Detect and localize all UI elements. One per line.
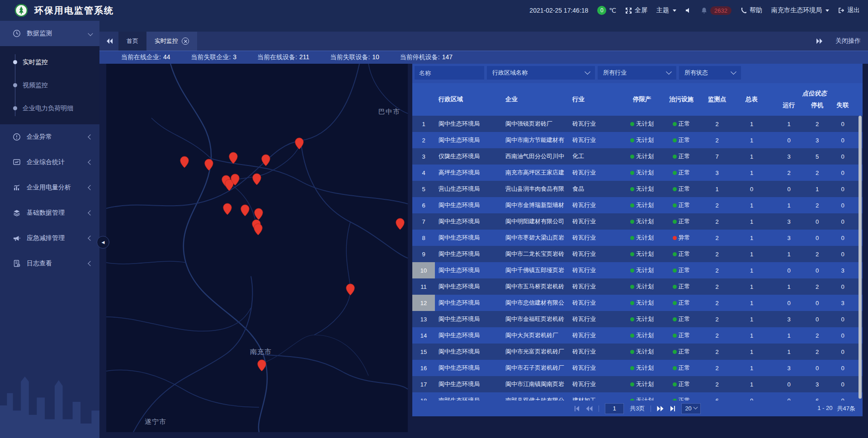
help-button[interactable]: 帮助 — [741, 6, 762, 14]
cell-region: 阆中生态环境局 — [435, 266, 501, 274]
collapse-panel-button[interactable]: ◀ — [97, 236, 109, 249]
first-page-button[interactable] — [574, 406, 580, 411]
table-row[interactable]: 11 阆中生态环境局 阆中市五马桥页岩机砖 砖瓦行业 无计划 正常 2 1 1 … — [412, 278, 863, 295]
cell-running: 3 — [771, 235, 807, 241]
scroll-tabs-right-button[interactable] — [816, 38, 823, 44]
sidebar-item[interactable]: 基础数据管理 — [0, 200, 99, 226]
table-row[interactable]: 13 阆中生态环境局 阆中市金福旺页岩机砖 砖瓦行业 无计划 正常 2 1 3 … — [412, 311, 863, 327]
sidebar-item[interactable]: 企业用电量分析 — [0, 175, 99, 200]
table-row[interactable]: 5 营山生态环境局 营山县润丰肉食品有限 食品 无计划 正常 1 0 0 1 0 — [412, 181, 863, 197]
sidebar-submenu: 实时监控 视频监控 企业电力负荷明细 — [0, 46, 99, 124]
sidebar-subitem[interactable]: 实时监控 — [0, 51, 99, 74]
map-pin-icon[interactable] — [180, 156, 189, 168]
cell-production: 无计划 — [623, 250, 661, 258]
table-row[interactable]: 7 阆中生态环境局 阆中明阳建材有限公司 砖瓦行业 无计划 正常 2 1 3 0… — [412, 213, 863, 230]
table-row[interactable]: 17 阆中生态环境局 阆中市江南镇阆南页岩 砖瓦行业 无计划 正常 2 1 0 … — [412, 376, 863, 392]
map-pin-icon[interactable] — [396, 218, 405, 230]
table-row[interactable]: 9 阆中生态环境局 阆中市二龙长宝页岩砖 砖瓦行业 无计划 正常 2 1 1 2… — [412, 246, 863, 262]
cell-company: 阆中强锐页岩砖厂 — [501, 120, 569, 128]
table-row[interactable]: 15 阆中生态环境局 阆中市光富页岩机砖厂 砖瓦行业 无计划 正常 2 1 1 … — [412, 344, 863, 360]
map-city-label: 巴中市 — [378, 108, 400, 116]
map-pin-icon[interactable] — [295, 137, 304, 150]
cell-production: 无计划 — [623, 136, 661, 144]
cell-facility: 正常 — [661, 136, 702, 144]
sound-mute-button[interactable] — [685, 7, 692, 14]
table-row[interactable]: 3 仪陇生态环境局 西南油气田分公司川中 化工 无计划 正常 7 1 3 5 0 — [412, 148, 863, 165]
tab-realtime-monitoring[interactable]: 实时监控 — [146, 32, 197, 51]
name-filter-input[interactable] — [415, 66, 484, 80]
last-page-button[interactable] — [670, 406, 675, 411]
status-dot — [673, 203, 677, 207]
cell-industry: 砖瓦行业 — [569, 364, 623, 372]
cell-meter: 1 — [732, 283, 771, 290]
previous-page-button[interactable] — [586, 406, 593, 411]
map-pin-icon[interactable] — [261, 154, 270, 166]
row-index: 18 — [412, 392, 435, 400]
sidebar-item[interactable]: 企业异常 — [0, 124, 99, 150]
map-pin-icon[interactable] — [231, 174, 240, 186]
map-pin-icon[interactable] — [254, 208, 263, 220]
theme-dropdown[interactable]: 主题 — [656, 6, 676, 14]
page-number-input[interactable] — [605, 403, 624, 414]
notifications-button[interactable]: 2632 — [701, 6, 731, 15]
sidebar-item[interactable]: 企业综合统计 — [0, 150, 99, 175]
table-row[interactable]: 8 阆中生态环境局 阆中市枣碧大梁山页岩 砖瓦行业 无计划 异常 2 1 3 0… — [412, 230, 863, 246]
map-pin-icon[interactable] — [252, 173, 261, 185]
row-index: 5 — [412, 181, 435, 197]
logout-button[interactable]: 退出 — [838, 6, 860, 14]
table-row[interactable]: 1 阆中生态环境局 阆中强锐页岩砖厂 砖瓦行业 无计划 正常 2 1 1 2 0 — [412, 116, 863, 132]
column-header-stopped: 停机 — [807, 101, 827, 109]
row-index: 15 — [412, 344, 435, 360]
cell-industry: 砖瓦行业 — [569, 266, 623, 274]
cell-stopped: 2 — [807, 283, 827, 290]
status-dot — [630, 122, 634, 126]
cell-facility: 正常 — [661, 380, 702, 388]
vertical-scrollbar[interactable] — [859, 116, 862, 399]
close-operations-button[interactable]: 关闭操作 — [835, 37, 861, 45]
cell-points: 2 — [702, 349, 732, 355]
map-panel[interactable]: 巴中市南充市遂宁市 — [106, 64, 408, 432]
industry-filter-select[interactable]: 所有行业 — [598, 66, 676, 80]
table-row[interactable]: 16 阆中生态环境局 阆中市石子页岩机砖厂 砖瓦行业 无计划 正常 2 1 3 … — [412, 360, 863, 376]
sidebar-item[interactable]: 数据监测 — [0, 21, 99, 46]
sidebar-item[interactable]: 应急减排管理 — [0, 226, 99, 251]
scroll-tabs-left-button[interactable] — [107, 38, 113, 44]
table-row[interactable]: 4 高坪生态环境局 南充市高坪区王家店建 砖瓦行业 无计划 正常 3 1 2 2… — [412, 165, 863, 181]
sidebar-subitem[interactable]: 视频监控 — [0, 74, 99, 97]
status-dot — [630, 301, 634, 305]
region-filter-select[interactable]: 行政区域名称 — [487, 66, 595, 80]
cell-company: 阆中市南方节能建材有 — [501, 136, 569, 144]
table-row[interactable]: 14 阆中生态环境局 阆中大兴页岩机砖厂 砖瓦行业 无计划 正常 2 1 1 2… — [412, 327, 863, 344]
table-row[interactable]: 2 阆中生态环境局 阆中市南方节能建材有 砖瓦行业 无计划 正常 2 1 0 3… — [412, 132, 863, 148]
map-pin-icon[interactable] — [257, 359, 266, 372]
map-pin-icon[interactable] — [346, 283, 355, 296]
map-pin-icon[interactable] — [229, 152, 238, 164]
map-pin-icon[interactable] — [204, 159, 213, 171]
cell-region: 阆中生态环境局 — [435, 120, 501, 128]
tab-home[interactable]: 首页 — [118, 32, 146, 51]
page-body: 巴中市南充市遂宁市 行政区域名称 所有行业 — [99, 64, 868, 438]
cell-stopped: 0 — [807, 267, 827, 274]
next-page-button[interactable] — [657, 406, 664, 411]
fullscreen-button[interactable]: 全屏 — [625, 6, 647, 14]
table-row[interactable]: 6 阆中生态环境局 阆中市金博瑞新型墙材 砖瓦行业 无计划 正常 2 1 1 2… — [412, 197, 863, 213]
table-row[interactable]: 10 阆中生态环境局 阆中千佛镇五郎垭页岩 砖瓦行业 无计划 正常 2 1 0 … — [412, 262, 863, 278]
page-size-select[interactable]: 20 — [681, 403, 700, 414]
sidebar-item[interactable]: 日志查看 — [0, 251, 99, 276]
status-dot — [673, 366, 677, 370]
status-dot — [673, 122, 677, 126]
table-row[interactable]: 18 南部生态环境局 南部县双佛土砖有限公 建材加工 无计划 正常 6 0 0 … — [412, 392, 863, 400]
map-pin-icon[interactable] — [254, 223, 263, 235]
table-row[interactable]: 12 阆中生态环境局 阆中市忠信建材有限公 砖瓦行业 无计划 正常 2 1 0 … — [412, 295, 863, 311]
close-tab-icon[interactable] — [182, 38, 189, 45]
sidebar-subitem[interactable]: 企业电力负荷明细 — [0, 97, 99, 120]
user-dropdown[interactable]: 南充市生态环境局 — [771, 6, 829, 14]
status-dot — [673, 382, 677, 386]
map-pin-icon[interactable] — [223, 203, 232, 215]
cell-stopped: 0 — [807, 300, 827, 306]
cell-running: 0 — [771, 381, 807, 388]
sidebar-item-label: 企业综合统计 — [27, 158, 65, 166]
map-pin-icon[interactable] — [241, 204, 250, 217]
status-filter-select[interactable]: 所有状态 — [679, 66, 741, 80]
cell-offline: 0 — [827, 153, 858, 160]
